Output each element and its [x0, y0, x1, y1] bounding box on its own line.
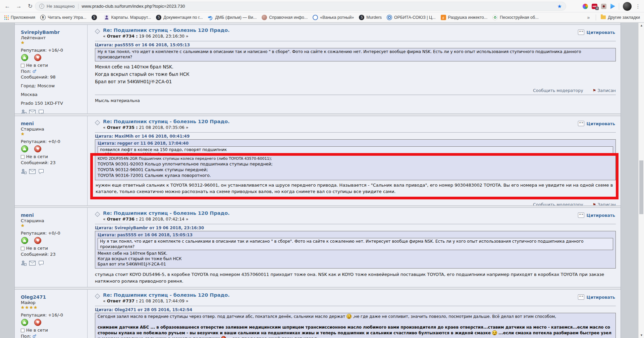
bookmark-item[interactable]: Карпаты. Маршрут...: [104, 15, 151, 20]
bookmark-item[interactable]: ОРБИТА-СОЮЗ | Ц...: [387, 15, 435, 20]
part-line: TOYOTA 90316-72001 Сальник кулака поворо…: [98, 173, 613, 178]
thumb-up-icon[interactable]: [21, 237, 29, 244]
view-profile-icon[interactable]: [21, 260, 26, 266]
bookmark-item[interactable]: S Murders: [359, 15, 382, 20]
speaker-favicon: [208, 15, 213, 20]
thumb-down-icon[interactable]: [34, 237, 42, 244]
url-text[interactable]: www.prado-club.su/forum/index.php?topic=…: [82, 4, 185, 9]
scroll-up-icon[interactable]: ▲: [639, 23, 644, 28]
pdf-extension-icon[interactable]: [601, 4, 606, 9]
post-content: Re: Подшипник ступиц - болезнь 120 Прадо…: [88, 290, 621, 338]
thumb-down-icon[interactable]: [34, 54, 42, 61]
nested-quote-header-link[interactable]: Цитата: pas5555 от 16 06 2018, 15:05:13: [98, 233, 613, 238]
post-736: meni Старшина ★ Репутация: +0/-0 Не в се…: [15, 207, 621, 287]
view-profile-icon[interactable]: [21, 168, 26, 174]
reputation-label: Репутация: +0/-0: [21, 231, 85, 236]
post-meta: « Ответ #735 : 21 08 2018, 07:35:06 »: [103, 125, 616, 130]
username-link[interactable]: meni: [21, 212, 85, 218]
post-737: Oleg2471 Майор ★★★★ Репутация: +16/-0 Не…: [15, 289, 621, 338]
back-icon[interactable]: ←: [3, 2, 12, 11]
user-rank: Старшина: [21, 218, 85, 223]
post-title-link[interactable]: Re: Подшипник ступиц - болезнь 120 Прадо…: [103, 210, 616, 216]
email-icon[interactable]: [29, 261, 36, 265]
play-extension-icon[interactable]: [610, 4, 615, 9]
bookmarks-overflow-chevron[interactable]: »: [586, 15, 591, 20]
address-bar[interactable]: i Не защищено www.prado-club.su/forum/in…: [35, 2, 566, 11]
reload-icon[interactable]: ↻: [25, 2, 35, 11]
view-profile-icon[interactable]: [21, 109, 26, 114]
offline-label: Не в сети: [26, 246, 48, 251]
username-link[interactable]: Oleg2471: [21, 294, 85, 300]
quote-header-link[interactable]: Цитата: Oleg2471 от 28 05 2016, 15:42:54: [95, 307, 616, 312]
bookmark-apps[interactable]: Приложения: [4, 15, 35, 20]
bookmark-item[interactable]: ДМБ (фильм) — Ви...: [208, 15, 257, 20]
quote-button[interactable]: Цитировать: [578, 212, 615, 218]
nested-quote-header-link[interactable]: Цитата: regger от 11 06 2018, 17:04:40: [98, 141, 613, 146]
bookmark-item[interactable]: В Читать книгу Упра...: [40, 15, 86, 20]
quote-box: Ну я так понял, что идет в комплекте с с…: [95, 48, 616, 61]
recycle-favicon: ♻: [492, 15, 498, 20]
report-to-moderator-link[interactable]: Сообщить модератору: [533, 88, 583, 93]
forum-thread: SvirepiyBambr Лейтенант ★ Репутация: +16…: [14, 23, 621, 338]
quote-button[interactable]: Цитировать: [578, 30, 615, 35]
scroll-down-icon[interactable]: ▼: [639, 333, 644, 338]
part-line: KOYO 2DUF054N-2GR Подшипник ступицы коле…: [98, 156, 613, 161]
bookmark-item[interactable]: g Раздушка инжекто...: [441, 15, 488, 20]
username-link[interactable]: meni: [21, 121, 85, 126]
ring-favicon: [313, 15, 318, 20]
thumb-up-icon[interactable]: [21, 319, 29, 326]
other-bookmarks-button[interactable]: Другие закладки: [601, 15, 640, 20]
email-icon[interactable]: [29, 169, 36, 174]
thumb-down-icon[interactable]: [34, 319, 42, 326]
security-label: Не защищено: [47, 4, 75, 9]
scrollbar-thumb[interactable]: [639, 160, 643, 214]
bookmark-label: Читать книгу Упра...: [48, 15, 86, 20]
bookmark-item[interactable]: ♻ Пескоструйная об...: [492, 15, 538, 20]
username-link[interactable]: SvirepiyBambr: [21, 30, 85, 35]
nested-quote-box: появился люфт в колесе на 150 прадо, гов…: [98, 146, 613, 154]
report-to-moderator-link[interactable]: Сообщить модератору: [533, 202, 583, 206]
forward-icon[interactable]: →: [14, 2, 23, 11]
male-icon: ♂: [33, 334, 37, 338]
reputation-label: Репутация: +16/-0: [21, 312, 85, 318]
thumb-down-icon[interactable]: [34, 145, 42, 153]
quote-header-link[interactable]: Цитата: MaxiMih от 14 06 2018, 00:41:49: [95, 134, 616, 139]
quote-header-link[interactable]: Цитата: SvirepiyBambr от 19 06 2018, 23:…: [95, 226, 616, 231]
bookmark-star-icon[interactable]: ★: [557, 3, 562, 9]
book-favicon: В: [40, 15, 46, 20]
message-diamond-icon: [95, 29, 100, 34]
pm-bubble-icon[interactable]: [38, 109, 44, 114]
quote-button[interactable]: Цитировать: [578, 121, 615, 126]
profile-avatar[interactable]: [623, 2, 632, 11]
post-title-link[interactable]: Re: Подшипник ступиц - болезнь 120 Прадо…: [103, 292, 616, 298]
message-count: Сообщений: 98: [21, 75, 85, 80]
post-title-link[interactable]: Re: Подшипник ступиц - болезнь 120 Прадо…: [103, 119, 616, 125]
menu-icon[interactable]: ⋮: [635, 3, 641, 9]
bookmark-item[interactable]: S Документация по г...: [156, 15, 203, 20]
adblock-extension-icon[interactable]: ABP 2: [592, 4, 597, 9]
logged-flag-icon: ⚑: [593, 88, 596, 93]
quote-header-link[interactable]: Цитата: pas5555 от 16 06 2018, 15:05:13: [95, 43, 616, 48]
logged-flag-icon: ⚑: [593, 202, 596, 206]
pm-bubble-icon[interactable]: [38, 169, 44, 174]
signature-divider: [95, 95, 616, 95]
bookmark-label: ДМБ (фильм) — Ви...: [215, 15, 257, 20]
thumb-up-icon[interactable]: [21, 145, 29, 153]
bookmark-label: Карпаты. Маршрут...: [111, 15, 151, 20]
thumb-up-icon[interactable]: [21, 54, 29, 61]
scrollbar[interactable]: ▲ ▼: [638, 23, 644, 338]
quote-button[interactable]: Цитировать: [578, 294, 615, 300]
rank-stars-icon: ★: [21, 132, 85, 136]
bookmark-item[interactable]: S: [92, 15, 99, 20]
post-734: SvirepiyBambr Лейтенант ★ Репутация: +16…: [15, 25, 621, 114]
pm-bubble-icon[interactable]: [38, 260, 44, 266]
bookmark-item[interactable]: «Ванька ротный»: [313, 15, 354, 20]
folder-icon: [601, 15, 606, 19]
user-rank: Старшина: [21, 127, 85, 132]
kaleidoscope-extension-icon[interactable]: [583, 4, 588, 9]
email-icon[interactable]: [29, 110, 36, 114]
bookmark-item[interactable]: Справочная инфо...: [262, 15, 308, 20]
info-icon[interactable]: i: [39, 4, 44, 9]
message-count: Сообщений: 23: [21, 160, 85, 165]
post-title-link[interactable]: Re: Подшипник ступиц - болезнь 120 Прадо…: [103, 28, 616, 33]
